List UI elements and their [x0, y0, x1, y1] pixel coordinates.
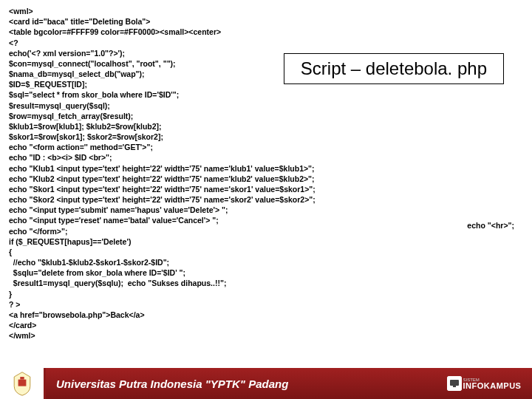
- slide-title: Script – deletebola. php: [301, 58, 487, 78]
- slide-title-box: Script – deletebola. php: [284, 53, 504, 84]
- slide-content: <wml> <card id="baca" title="Deleting Bo…: [0, 0, 532, 347]
- svg-rect-1: [20, 377, 24, 380]
- svg-rect-4: [453, 386, 456, 387]
- infokampus-logo: SISTEM INFOKAMPUS: [447, 376, 522, 391]
- footer-brand: SISTEM INFOKAMPUS: [436, 368, 532, 399]
- svg-rect-3: [450, 380, 459, 386]
- brand-main-text: INFOKAMPUS: [463, 382, 522, 390]
- svg-rect-0: [18, 380, 26, 386]
- university-logo-icon: [9, 370, 35, 397]
- infokampus-icon: [447, 376, 462, 391]
- side-code-note: echo "<hr>";: [467, 221, 514, 230]
- footer-university-name: Universitas Putra Indonesia "YPTK" Padan…: [46, 368, 436, 399]
- footer-bar: Universitas Putra Indonesia "YPTK" Padan…: [0, 368, 532, 399]
- footer-logo-box: [0, 368, 46, 399]
